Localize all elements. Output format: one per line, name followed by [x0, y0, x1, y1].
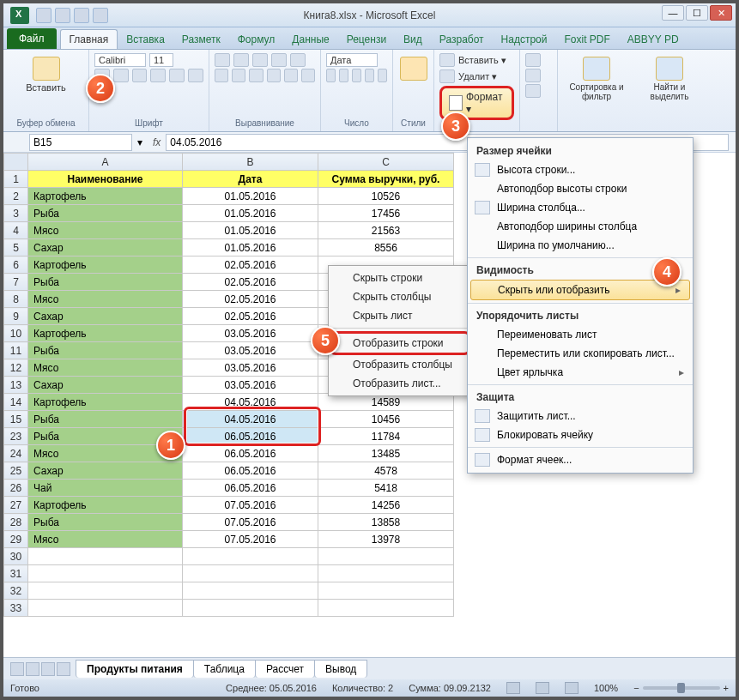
cell-name[interactable]: Сахар	[28, 239, 183, 256]
col-header-c[interactable]: C	[318, 154, 454, 171]
orientation-icon[interactable]	[271, 53, 287, 67]
row-header[interactable]: 30	[4, 548, 28, 565]
tab-file[interactable]: Файл	[7, 28, 57, 49]
align-center-icon[interactable]	[232, 69, 245, 82]
align-mid-icon[interactable]	[233, 53, 249, 67]
row-header[interactable]: 29	[4, 531, 28, 548]
tab-view[interactable]: Вид	[395, 30, 431, 49]
menu-col-width[interactable]: Ширина столбца...	[468, 198, 693, 217]
menu-format-cells[interactable]: Формат ячеек...	[468, 450, 693, 469]
styles-button[interactable]	[398, 53, 428, 84]
row-header[interactable]: 2	[4, 188, 28, 205]
cell-sum[interactable]: 8556	[318, 239, 454, 256]
paste-button[interactable]: Вставить	[9, 53, 83, 96]
cell-name[interactable]: Рыба	[28, 342, 183, 359]
tab-data[interactable]: Данные	[283, 30, 337, 49]
cell-date[interactable]: 02.05.2016	[183, 291, 318, 308]
cell-sum[interactable]: 17456	[318, 205, 454, 222]
cell-date[interactable]: 01.05.2016	[183, 205, 318, 222]
cell-sum[interactable]: 21563	[318, 222, 454, 239]
cell-name[interactable]: Рыба	[28, 274, 183, 291]
tab-addins[interactable]: Надстрой	[493, 30, 556, 49]
row-header[interactable]: 28	[4, 514, 28, 531]
sort-filter-button[interactable]: Сортировка и фильтр	[563, 53, 630, 105]
dec-inc-icon[interactable]	[365, 69, 374, 82]
fill-icon[interactable]	[525, 69, 541, 82]
cell-sum[interactable]: 14256	[318, 497, 454, 514]
tab-formulas[interactable]: Формул	[229, 30, 284, 49]
quick-access-toolbar[interactable]	[36, 8, 108, 23]
cell-date[interactable]: 03.05.2016	[183, 359, 318, 377]
menu-unhide-sheet[interactable]: Отобразить лист...	[329, 374, 471, 393]
cell-date[interactable]: 06.05.2016	[183, 428, 318, 445]
italic-icon[interactable]	[113, 69, 129, 82]
menu-hide-rows[interactable]: Скрыть строки	[329, 269, 471, 287]
cell-name[interactable]: Сахар	[28, 462, 183, 480]
cell-name[interactable]: Картофель	[28, 497, 183, 514]
row-header[interactable]: 23	[4, 428, 28, 445]
sheet-nav-first[interactable]	[10, 662, 24, 676]
align-left-icon[interactable]	[215, 69, 228, 82]
tab-review[interactable]: Рецензи	[338, 30, 395, 49]
cell-name[interactable]: Мясо	[28, 531, 183, 548]
indent-inc-icon[interactable]	[284, 69, 298, 82]
row-header[interactable]: 33	[4, 600, 28, 617]
cell-name[interactable]: Рыба	[28, 205, 183, 222]
view-pagebreak-icon[interactable]	[565, 682, 578, 694]
cell-name[interactable]: Картофель	[28, 325, 183, 342]
row-header[interactable]: 27	[4, 497, 28, 514]
cell-name[interactable]: Картофель	[28, 188, 183, 205]
tab-foxit[interactable]: Foxit PDF	[555, 30, 618, 49]
cell-date[interactable]: 02.05.2016	[183, 256, 318, 274]
sheet-nav-last[interactable]	[57, 662, 70, 676]
cell-name[interactable]: Мясо	[28, 222, 183, 239]
cell-sum[interactable]: 13485	[318, 445, 454, 462]
fx-icon[interactable]: fx	[153, 136, 161, 148]
row-header[interactable]: 7	[4, 274, 28, 291]
find-select-button[interactable]: Найти и выделить	[640, 53, 699, 105]
dec-dec-icon[interactable]	[378, 69, 387, 82]
sheet-tab[interactable]: Таблица	[193, 660, 256, 678]
align-bot-icon[interactable]	[252, 53, 268, 67]
tab-insert[interactable]: Вставка	[118, 30, 173, 49]
menu-protect-sheet[interactable]: Защитить лист...	[468, 407, 693, 425]
currency-icon[interactable]	[326, 69, 336, 82]
header-sum[interactable]: Сумма выручки, руб.	[318, 171, 454, 188]
cell-date[interactable]: 02.05.2016	[183, 274, 318, 291]
menu-hide-sheet[interactable]: Скрыть лист	[329, 306, 471, 325]
row-header[interactable]: 3	[4, 205, 28, 222]
maximize-button[interactable]: ☐	[686, 5, 708, 21]
menu-row-autofit[interactable]: Автоподбор высоты строки	[468, 179, 693, 198]
border-icon[interactable]	[150, 69, 166, 82]
cell-sum[interactable]: 10526	[318, 188, 454, 205]
zoom-level[interactable]: 100%	[594, 683, 618, 693]
comma-icon[interactable]	[352, 69, 361, 82]
row-header[interactable]: 31	[4, 565, 28, 582]
sheet-nav-prev[interactable]	[26, 662, 39, 676]
tab-developer[interactable]: Разработ	[431, 30, 493, 49]
sheet-tab[interactable]: Рассчет	[255, 660, 315, 678]
cell-sum[interactable]: 4578	[318, 462, 454, 480]
tab-layout[interactable]: Разметк	[173, 30, 229, 49]
menu-col-autofit[interactable]: Автоподбор ширины столбца	[468, 217, 693, 236]
row-header[interactable]: 15	[4, 411, 28, 428]
name-box[interactable]: B15	[29, 134, 132, 151]
header-date[interactable]: Дата	[183, 171, 318, 188]
undo-icon[interactable]	[55, 8, 70, 23]
underline-icon[interactable]	[132, 69, 148, 82]
minimize-button[interactable]: —	[662, 5, 684, 21]
cell-sum[interactable]: 13858	[318, 514, 454, 531]
cell-date[interactable]: 03.05.2016	[183, 325, 318, 342]
menu-hide-cols[interactable]: Скрыть столбцы	[329, 287, 471, 306]
cell-name[interactable]: Мясо	[28, 291, 183, 308]
cell-sum[interactable]: 11784	[318, 428, 454, 445]
menu-unhide-rows[interactable]: Отобразить строки	[329, 331, 471, 355]
select-all-corner[interactable]	[4, 154, 28, 171]
cell-date[interactable]: 06.05.2016	[183, 462, 318, 480]
autosum-icon[interactable]	[525, 53, 541, 67]
save-icon[interactable]	[36, 8, 51, 23]
menu-lock-cell[interactable]: Блокировать ячейку	[468, 425, 693, 444]
row-header[interactable]: 13	[4, 377, 28, 394]
row-header[interactable]: 25	[4, 462, 28, 480]
row-header[interactable]: 26	[4, 480, 28, 497]
